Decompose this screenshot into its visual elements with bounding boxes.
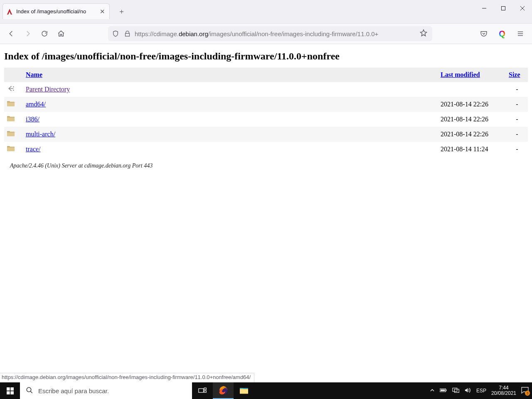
modified-cell: 2021-08-14 11:24	[438, 142, 506, 157]
sort-modified-link[interactable]: Last modified	[441, 71, 480, 78]
extension-icon[interactable]: Q	[495, 27, 510, 41]
tab-title: Index of /images/unofficial/no	[16, 8, 95, 15]
size-cell: -	[506, 112, 528, 127]
modified-cell	[438, 82, 506, 97]
taskbar-explorer-icon[interactable]	[234, 382, 254, 399]
folder-icon	[4, 142, 23, 157]
address-bar[interactable]: https://cdimage.debian.org/images/unoffi…	[108, 26, 432, 41]
new-tab-button[interactable]: ＋	[115, 5, 128, 18]
window-minimize-button[interactable]	[475, 0, 494, 17]
svg-rect-22	[454, 389, 459, 392]
home-button[interactable]	[54, 27, 68, 41]
taskbar-firefox-icon[interactable]	[213, 382, 234, 399]
svg-rect-12	[199, 389, 204, 392]
lock-icon[interactable]	[123, 30, 131, 38]
modified-cell: 2021-08-14 22:26	[438, 112, 506, 127]
search-placeholder: Escribe aquí para buscar.	[38, 387, 109, 394]
url-text: https://cdimage.debian.org/images/unoffi…	[135, 30, 416, 37]
tray-volume-icon[interactable]	[465, 387, 471, 394]
status-bar: https://cdimage.debian.org/images/unoffi…	[0, 373, 254, 383]
reload-button[interactable]	[37, 27, 52, 41]
svg-rect-19	[446, 389, 446, 391]
favicon-icon	[6, 8, 13, 15]
svg-rect-14	[204, 391, 206, 392]
svg-line-11	[30, 391, 32, 393]
svg-rect-7	[10, 387, 14, 391]
pocket-icon[interactable]	[476, 27, 491, 41]
svg-rect-16	[240, 389, 248, 394]
size-cell: -	[506, 127, 528, 142]
svg-point-10	[27, 387, 31, 392]
browser-tab[interactable]: Index of /images/unofficial/no ✕	[2, 3, 110, 19]
modified-cell: 2021-08-14 22:26	[438, 97, 506, 112]
svg-rect-13	[204, 388, 206, 389]
server-footer: Apache/2.4.46 (Unix) Server at cdimage.d…	[10, 163, 528, 169]
sort-name-link[interactable]: Name	[26, 71, 42, 78]
page-title: Index of /images/unofficial/non-free/ima…	[4, 51, 528, 62]
table-row: amd64/2021-08-14 22:26-	[4, 97, 528, 112]
svg-point-5	[13, 90, 14, 91]
tray-battery-icon[interactable]	[440, 388, 447, 394]
tray-language[interactable]: ESP	[476, 388, 486, 394]
directory-link[interactable]: multi-arch/	[26, 131, 55, 138]
table-row: multi-arch/2021-08-14 22:26-	[4, 127, 528, 142]
taskbar: Escribe aquí para buscar. ESP 7:44 20/08…	[0, 382, 532, 399]
svg-rect-21	[453, 388, 457, 391]
folder-icon	[4, 97, 23, 112]
svg-rect-1	[502, 7, 505, 10]
table-row: Parent Directory-	[4, 82, 528, 97]
search-icon	[26, 387, 33, 395]
svg-rect-17	[240, 388, 248, 389]
directory-listing: Name Last modified Size Parent Directory…	[4, 68, 528, 157]
tray-network-icon[interactable]	[452, 387, 460, 394]
tray-notifications-icon[interactable]: 3	[521, 387, 529, 395]
tray-overflow-button[interactable]	[430, 388, 435, 394]
forward-button[interactable]	[21, 27, 35, 41]
back-icon	[4, 82, 23, 97]
bookmark-star-icon[interactable]	[420, 29, 429, 38]
directory-link[interactable]: Parent Directory	[26, 86, 70, 93]
folder-icon	[4, 127, 23, 142]
page-content: Index of /images/unofficial/non-free/ima…	[0, 44, 532, 169]
shield-icon[interactable]	[111, 30, 120, 38]
table-row: i386/2021-08-14 22:26-	[4, 112, 528, 127]
directory-link[interactable]: trace/	[26, 145, 41, 153]
size-cell: -	[506, 82, 528, 97]
svg-point-4	[13, 86, 14, 87]
window-maximize-button[interactable]	[494, 0, 513, 17]
taskbar-search[interactable]: Escribe aquí para buscar.	[20, 382, 192, 399]
svg-rect-6	[7, 387, 10, 391]
task-view-button[interactable]	[192, 382, 213, 399]
svg-rect-9	[10, 391, 14, 394]
folder-icon	[4, 112, 23, 127]
app-menu-button[interactable]	[513, 27, 528, 41]
start-button[interactable]	[0, 382, 20, 399]
table-header-row: Name Last modified Size	[4, 68, 528, 82]
svg-rect-8	[7, 391, 10, 394]
table-row: trace/2021-08-14 11:24-	[4, 142, 528, 157]
size-cell: -	[506, 142, 528, 157]
directory-link[interactable]: i386/	[26, 116, 39, 123]
size-cell: -	[506, 97, 528, 112]
svg-rect-20	[441, 389, 445, 391]
window-close-button[interactable]	[513, 0, 532, 17]
back-button[interactable]	[4, 27, 18, 41]
tray-clock[interactable]: 7:44 20/08/2021	[491, 385, 516, 396]
modified-cell: 2021-08-14 22:26	[438, 127, 506, 142]
sort-size-link[interactable]: Size	[509, 71, 520, 78]
directory-link[interactable]: amd64/	[26, 101, 46, 108]
tab-close-button[interactable]: ✕	[99, 8, 106, 15]
